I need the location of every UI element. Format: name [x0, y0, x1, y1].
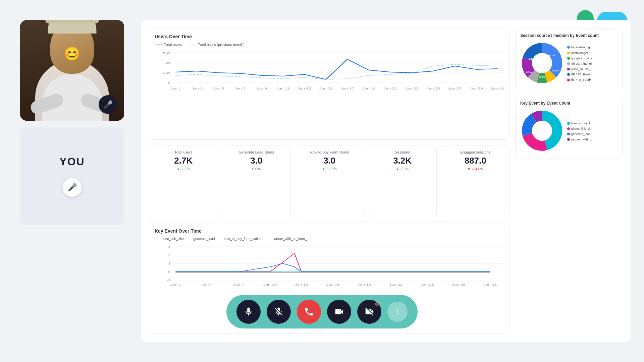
- svg-text:8.3%: 8.3%: [526, 71, 532, 73]
- legend-tagassistant: tagassistant.g...: [567, 45, 593, 50]
- camera-off-button[interactable]: [357, 300, 381, 324]
- mic-on-button[interactable]: [236, 300, 261, 324]
- key-events-chart-area: 3 2 1 0 -1 Jan 1 Jan 4 Jan 7 Jan 10 Jan …: [155, 243, 504, 287]
- metric-change-0: ▲ 7.7%: [155, 167, 212, 171]
- key-event-count-donut: 45.8%: [520, 109, 564, 154]
- metric-value-1: 3.0: [228, 156, 285, 166]
- legend-gen-lead: generate_lead: [567, 131, 593, 137]
- svg-text:Jan 7: Jan 7: [233, 283, 244, 286]
- svg-text:3: 3: [168, 245, 170, 248]
- dashboard: Users Over Time Total users Total users …: [141, 20, 631, 342]
- metric-label-4: Engaged sessions: [446, 150, 504, 154]
- svg-text:0: 0: [168, 270, 170, 273]
- svg-text:Jan 13: Jan 13: [295, 283, 308, 286]
- key-events-legend: phone_link_click generate_lead how_to_bu…: [155, 237, 504, 241]
- svg-text:Jan 28: Jan 28: [452, 283, 465, 286]
- metric-change-2: ▲ 50.0%: [301, 167, 358, 171]
- end-call-button[interactable]: [297, 300, 321, 324]
- svg-text:Jan 3: Jan 3: [192, 87, 203, 90]
- metric-value-4: 887.0: [446, 156, 504, 166]
- prev-month-line-icon: [189, 45, 197, 45]
- svg-text:Jan 11: Jan 11: [276, 87, 289, 90]
- svg-text:Jan 29: Jan 29: [470, 87, 483, 90]
- legend-google-organic: google / organic: [567, 56, 593, 61]
- svg-text:Jan 1: Jan 1: [170, 87, 181, 90]
- legend-dot-direct: [567, 62, 570, 65]
- metric-generate-lead: Generate Lead Users 3.0 0.0%: [222, 145, 291, 217]
- svg-text:Jan 27: Jan 27: [448, 87, 462, 90]
- metric-label-0: Total users: [155, 150, 212, 154]
- mic-muted-icon: 🎤: [68, 183, 77, 192]
- extra-control-button[interactable]: [387, 302, 408, 322]
- session-source-donut: 8.3% 37.5% 20.8% 16.7% 8.3%: [520, 41, 564, 86]
- you-card: YOU 🎤: [20, 127, 124, 225]
- svg-text:400: 400: [163, 61, 170, 64]
- svg-text:Jan 5: Jan 5: [213, 87, 224, 90]
- you-label: YOU: [59, 156, 85, 168]
- svg-text:0: 0: [168, 81, 170, 84]
- key-event-count-legend: how_to_buy_f... phone_link_cl... generat…: [567, 121, 593, 142]
- metric-value-0: 2.7K: [155, 156, 212, 166]
- svg-text:Jan 17: Jan 17: [340, 87, 354, 90]
- self-mute-button[interactable]: 🎤: [63, 178, 82, 197]
- legend-dot-tagassistant: [567, 46, 570, 49]
- metric-change-4: ▼ -24.0%: [446, 167, 504, 171]
- svg-text:20.8%: 20.8%: [552, 69, 559, 72]
- svg-text:Jan 16: Jan 16: [326, 283, 339, 286]
- svg-text:Jan 1: Jan 1: [170, 283, 181, 286]
- svg-text:1: 1: [168, 262, 170, 265]
- key-event-count-container: 45.8% how_to_buy_f... phone_link_cl... g…: [520, 109, 618, 154]
- svg-text:Jan 21: Jan 21: [384, 87, 397, 90]
- svg-text:Jan 25: Jan 25: [421, 283, 434, 286]
- svg-text:Jan 13: Jan 13: [298, 87, 311, 90]
- metric-change-1: 0.0%: [228, 167, 285, 171]
- legend-dot-fb-feed-2: [567, 79, 570, 81]
- legend-fb-feed-2: fb / *FB_Feed*: [567, 77, 593, 82]
- metric-value-3: 3.2K: [374, 156, 431, 166]
- partner-form-line-icon: [267, 239, 271, 239]
- svg-text:Jan 23: Jan 23: [405, 87, 419, 90]
- users-chart-area: 600 400 200 0 Jan 1 Jan 3 Jan 5 Jan 7 Ja…: [155, 49, 504, 93]
- svg-text:Jan 22: Jan 22: [389, 283, 402, 286]
- svg-text:Jan 15: Jan 15: [319, 87, 332, 90]
- metric-change-3: ▲ 7.6%: [374, 167, 431, 171]
- person-video-card: 😊 🎤: [20, 20, 124, 121]
- buy-form-line-icon: [219, 239, 223, 239]
- metric-engaged-sessions: Engaged sessions 887.0 ▼ -24.0%: [441, 145, 510, 217]
- legend-dot-adsmanager: [567, 52, 570, 54]
- person-mic-button[interactable]: 🎤: [99, 95, 117, 114]
- right-column: Session source / medium by Event count: [515, 28, 623, 334]
- legend-how-to-buy: how_to_buy_f...: [567, 121, 593, 126]
- metric-value-2: 3.0: [301, 156, 358, 166]
- legend-dot-site-source: [567, 68, 570, 70]
- key-event-count-card: Key Event by Event Count 45.8%: [515, 96, 623, 159]
- legend-fb-feed: FB / FB_Feed: [567, 72, 593, 77]
- metrics-row: Total users 2.7K ▲ 7.7% Generate Lead Us…: [149, 145, 510, 217]
- gen-lead-line-icon: [188, 239, 192, 239]
- legend-dot-gen-lead: [567, 133, 570, 135]
- session-source-card: Session source / medium by Event count: [515, 28, 623, 91]
- svg-text:Jan 31: Jan 31: [491, 87, 504, 90]
- metric-label-2: How to Buy Form Users: [301, 150, 358, 154]
- legend-direct: {direct} / {none}: [567, 61, 593, 66]
- call-controls-bar: [226, 295, 418, 328]
- mic-muted-button[interactable]: [267, 300, 291, 324]
- metric-label-1: Generate Lead Users: [228, 150, 285, 154]
- users-chart-legend: Total users Total users (previous month): [155, 43, 504, 47]
- key-event-count-title: Key Event by Event Count: [520, 101, 618, 106]
- session-source-title: Session source / medium by Event count: [520, 33, 618, 38]
- legend-adsmanager: adsmanager.f...: [567, 50, 593, 56]
- legend-dot-fb-feed: [567, 73, 570, 76]
- metric-buy-form: How to Buy Form Users 3.0 ▲ 50.0%: [295, 145, 364, 217]
- svg-text:Jan 4: Jan 4: [202, 283, 213, 286]
- legend-dot-partner: [567, 138, 570, 141]
- legend-dot-google: [567, 57, 570, 60]
- metric-total-users: Total users 2.7K ▲ 7.7%: [149, 145, 218, 217]
- legend-dot-how-to-buy: [567, 122, 570, 125]
- camera-on-button[interactable]: [327, 300, 351, 324]
- svg-text:45.8%: 45.8%: [543, 124, 550, 126]
- legend-partner: partner_with_...: [567, 137, 593, 142]
- svg-text:Jan 25: Jan 25: [427, 87, 440, 90]
- svg-text:600: 600: [163, 51, 170, 54]
- metric-label-3: Sessions: [374, 150, 431, 154]
